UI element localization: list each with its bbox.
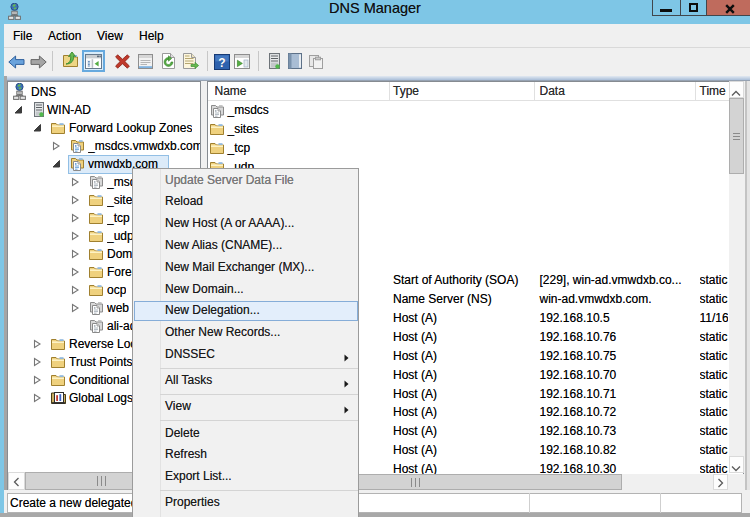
- svg-text:?: ?: [218, 56, 225, 70]
